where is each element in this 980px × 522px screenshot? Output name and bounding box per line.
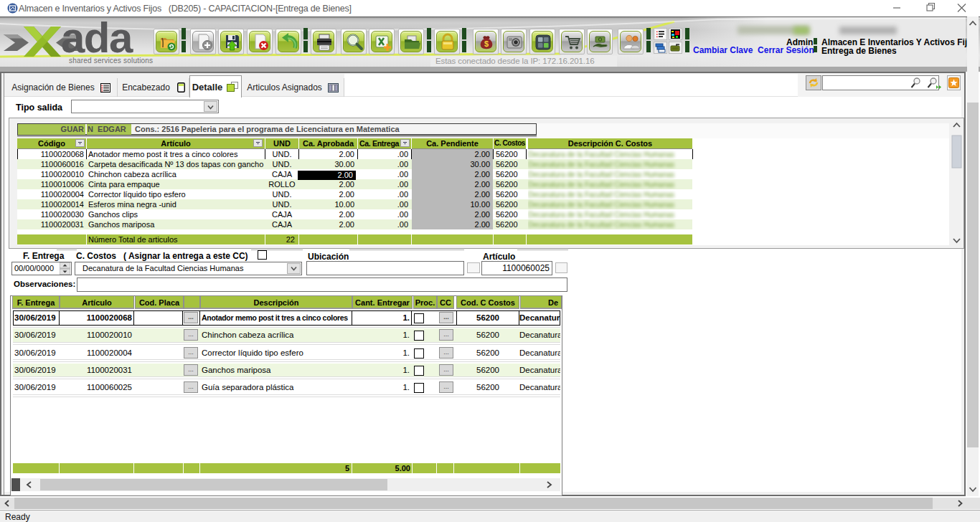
svg-text:$: $ — [484, 39, 489, 48]
svg-text:ada: ada — [61, 20, 133, 62]
